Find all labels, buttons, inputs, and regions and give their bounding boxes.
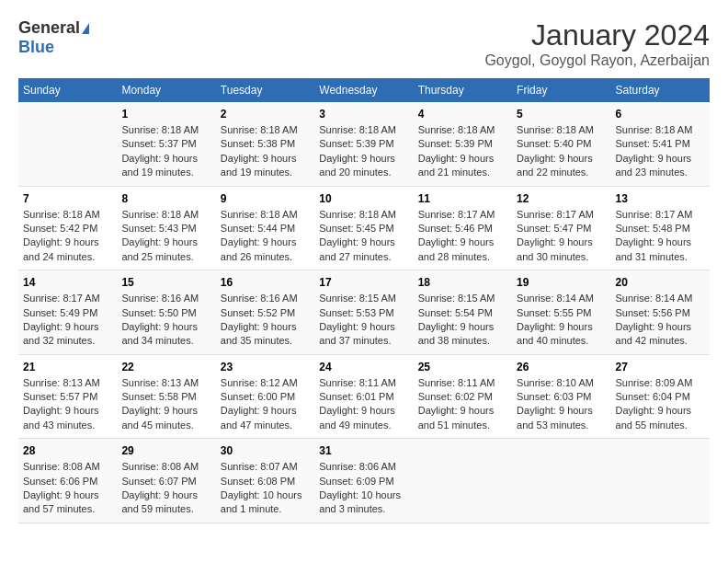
daylight-text: Daylight: 10 hours and 3 minutes. — [319, 488, 408, 517]
logo: General Blue — [18, 18, 89, 57]
col-wednesday: Wednesday — [314, 78, 413, 102]
daylight-text: Daylight: 9 hours and 23 minutes. — [616, 152, 705, 180]
table-row: 10Sunrise: 8:18 AMSunset: 5:45 PMDayligh… — [314, 186, 413, 270]
col-monday: Monday — [117, 78, 215, 102]
daylight-text: Daylight: 9 hours and 57 minutes. — [23, 488, 112, 517]
day-number: 2 — [221, 108, 310, 121]
daylight-text: Daylight: 9 hours and 37 minutes. — [319, 320, 408, 349]
col-friday: Friday — [512, 78, 610, 102]
sunrise-text: Sunrise: 8:16 AM — [121, 292, 210, 305]
week-row-1: 1Sunrise: 8:18 AMSunset: 5:37 PMDaylight… — [18, 102, 710, 186]
sunset-text: Sunset: 6:04 PM — [616, 390, 705, 404]
daylight-text: Daylight: 10 hours and 1 minute. — [221, 488, 310, 517]
calendar-table: Sunday Monday Tuesday Wednesday Thursday… — [18, 78, 710, 523]
day-info: Sunrise: 8:15 AMSunset: 5:54 PMDaylight:… — [418, 292, 507, 349]
table-row: 19Sunrise: 8:14 AMSunset: 5:55 PMDayligh… — [512, 270, 610, 355]
daylight-text: Daylight: 9 hours and 38 minutes. — [418, 320, 507, 349]
day-info: Sunrise: 8:12 AMSunset: 6:00 PMDaylight:… — [221, 376, 310, 433]
header-row: Sunday Monday Tuesday Wednesday Thursday… — [18, 78, 710, 102]
day-info: Sunrise: 8:18 AMSunset: 5:40 PMDaylight:… — [517, 123, 606, 180]
table-row: 12Sunrise: 8:17 AMSunset: 5:47 PMDayligh… — [512, 186, 610, 270]
sunrise-text: Sunrise: 8:18 AM — [418, 123, 507, 137]
table-row: 16Sunrise: 8:16 AMSunset: 5:52 PMDayligh… — [216, 270, 314, 355]
daylight-text: Daylight: 9 hours and 59 minutes. — [121, 488, 210, 517]
daylight-text: Daylight: 9 hours and 40 minutes. — [517, 320, 606, 349]
day-number: 15 — [121, 276, 210, 289]
sunset-text: Sunset: 5:54 PM — [418, 306, 507, 320]
table-row — [611, 439, 710, 523]
sunrise-text: Sunrise: 8:17 AM — [23, 292, 112, 305]
day-number: 4 — [418, 108, 507, 121]
day-info: Sunrise: 8:16 AMSunset: 5:50 PMDaylight:… — [121, 292, 210, 349]
day-info: Sunrise: 8:18 AMSunset: 5:44 PMDaylight:… — [221, 208, 310, 265]
col-tuesday: Tuesday — [216, 78, 314, 102]
sunset-text: Sunset: 5:57 PM — [23, 390, 112, 404]
sunset-text: Sunset: 6:01 PM — [319, 390, 408, 404]
sunset-text: Sunset: 5:40 PM — [517, 137, 606, 151]
day-number: 13 — [616, 192, 705, 205]
table-row: 8Sunrise: 8:18 AMSunset: 5:43 PMDaylight… — [117, 186, 215, 270]
day-info: Sunrise: 8:18 AMSunset: 5:45 PMDaylight:… — [319, 208, 408, 265]
day-number: 24 — [319, 361, 408, 373]
day-info: Sunrise: 8:07 AMSunset: 6:08 PMDaylight:… — [221, 460, 310, 517]
day-number: 17 — [319, 276, 408, 289]
week-row-5: 28Sunrise: 8:08 AMSunset: 6:06 PMDayligh… — [18, 439, 710, 523]
daylight-text: Daylight: 9 hours and 53 minutes. — [517, 404, 606, 432]
sunrise-text: Sunrise: 8:17 AM — [616, 208, 705, 222]
logo-general-text: General — [18, 18, 80, 38]
day-info: Sunrise: 8:17 AMSunset: 5:46 PMDaylight:… — [418, 208, 507, 265]
sunset-text: Sunset: 5:48 PM — [616, 222, 705, 236]
daylight-text: Daylight: 9 hours and 26 minutes. — [221, 236, 310, 264]
sunset-text: Sunset: 5:55 PM — [517, 306, 606, 320]
day-info: Sunrise: 8:11 AMSunset: 6:01 PMDaylight:… — [319, 376, 408, 433]
sunrise-text: Sunrise: 8:18 AM — [121, 208, 210, 222]
table-row: 21Sunrise: 8:13 AMSunset: 5:57 PMDayligh… — [18, 354, 117, 439]
day-info: Sunrise: 8:14 AMSunset: 5:55 PMDaylight:… — [517, 292, 606, 349]
day-number: 16 — [221, 276, 310, 289]
page-header: General Blue January 2024 Goygol, Goygol… — [18, 18, 710, 69]
sunset-text: Sunset: 6:03 PM — [517, 390, 606, 404]
sunrise-text: Sunrise: 8:11 AM — [418, 376, 507, 390]
daylight-text: Daylight: 9 hours and 34 minutes. — [121, 320, 210, 349]
daylight-text: Daylight: 9 hours and 42 minutes. — [616, 320, 705, 349]
sunrise-text: Sunrise: 8:13 AM — [23, 376, 112, 390]
table-row — [512, 439, 610, 523]
day-info: Sunrise: 8:18 AMSunset: 5:38 PMDaylight:… — [221, 123, 310, 180]
table-row: 30Sunrise: 8:07 AMSunset: 6:08 PMDayligh… — [216, 439, 314, 523]
sunset-text: Sunset: 5:52 PM — [221, 306, 310, 320]
daylight-text: Daylight: 9 hours and 47 minutes. — [221, 404, 310, 432]
week-row-2: 7Sunrise: 8:18 AMSunset: 5:42 PMDaylight… — [18, 186, 710, 270]
day-info: Sunrise: 8:15 AMSunset: 5:53 PMDaylight:… — [319, 292, 408, 349]
daylight-text: Daylight: 9 hours and 35 minutes. — [221, 320, 310, 349]
day-number: 1 — [121, 108, 210, 121]
day-number: 5 — [517, 108, 606, 121]
day-info: Sunrise: 8:17 AMSunset: 5:49 PMDaylight:… — [23, 292, 112, 349]
table-row: 23Sunrise: 8:12 AMSunset: 6:00 PMDayligh… — [216, 354, 314, 439]
sunrise-text: Sunrise: 8:15 AM — [319, 292, 408, 305]
page-title: January 2024 — [484, 18, 710, 52]
week-row-3: 14Sunrise: 8:17 AMSunset: 5:49 PMDayligh… — [18, 270, 710, 355]
sunrise-text: Sunrise: 8:14 AM — [616, 292, 705, 305]
sunrise-text: Sunrise: 8:14 AM — [517, 292, 606, 305]
sunrise-text: Sunrise: 8:08 AM — [121, 460, 210, 474]
table-row: 2Sunrise: 8:18 AMSunset: 5:38 PMDaylight… — [216, 102, 314, 186]
daylight-text: Daylight: 9 hours and 43 minutes. — [23, 404, 112, 432]
sunset-text: Sunset: 5:39 PM — [319, 137, 408, 151]
sunset-text: Sunset: 5:39 PM — [418, 137, 507, 151]
sunrise-text: Sunrise: 8:15 AM — [418, 292, 507, 305]
day-number: 22 — [121, 361, 210, 373]
sunset-text: Sunset: 6:09 PM — [319, 475, 408, 488]
table-row: 17Sunrise: 8:15 AMSunset: 5:53 PMDayligh… — [314, 270, 413, 355]
day-info: Sunrise: 8:18 AMSunset: 5:37 PMDaylight:… — [121, 123, 210, 180]
day-info: Sunrise: 8:18 AMSunset: 5:41 PMDaylight:… — [616, 123, 705, 180]
sunrise-text: Sunrise: 8:06 AM — [319, 460, 408, 474]
day-info: Sunrise: 8:08 AMSunset: 6:07 PMDaylight:… — [121, 460, 210, 517]
table-row: 18Sunrise: 8:15 AMSunset: 5:54 PMDayligh… — [414, 270, 512, 355]
table-row: 7Sunrise: 8:18 AMSunset: 5:42 PMDaylight… — [18, 186, 117, 270]
day-number: 12 — [517, 192, 606, 205]
daylight-text: Daylight: 9 hours and 55 minutes. — [616, 404, 705, 432]
day-info: Sunrise: 8:11 AMSunset: 6:02 PMDaylight:… — [418, 376, 507, 433]
table-row: 14Sunrise: 8:17 AMSunset: 5:49 PMDayligh… — [18, 270, 117, 355]
sunset-text: Sunset: 5:47 PM — [517, 222, 606, 236]
sunset-text: Sunset: 5:44 PM — [221, 222, 310, 236]
